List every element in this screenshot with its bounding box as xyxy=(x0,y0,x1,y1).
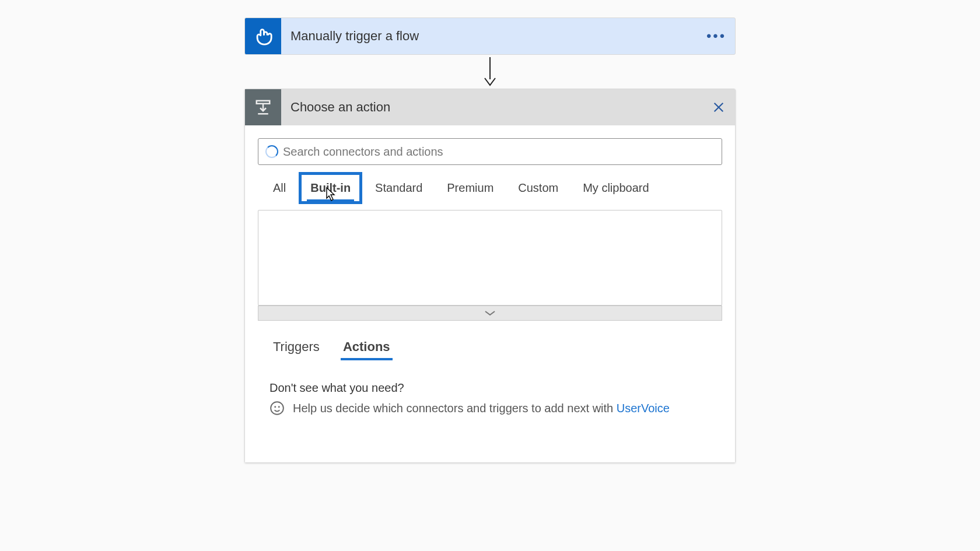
tab-my-clipboard[interactable]: My clipboard xyxy=(579,176,652,202)
trigger-more-button[interactable]: ••• xyxy=(698,18,735,54)
svg-point-9 xyxy=(279,406,279,407)
choose-action-body: All Built-in Standard Premium Custom My … xyxy=(245,125,735,462)
svg-point-8 xyxy=(275,406,275,407)
search-box[interactable] xyxy=(258,138,722,165)
manual-trigger-icon xyxy=(245,18,281,54)
flow-arrow xyxy=(0,55,980,89)
tab-actions[interactable]: Actions xyxy=(341,335,393,360)
choose-action-card: Choose an action All Built-in Standard xyxy=(244,89,736,463)
svg-point-7 xyxy=(271,402,284,415)
choose-action-title: Choose an action xyxy=(281,89,702,125)
flow-designer-canvas: Manually trigger a flow ••• Choose an ac… xyxy=(0,0,980,551)
chevron-down-icon xyxy=(484,309,496,317)
uservoice-link[interactable]: UserVoice xyxy=(617,402,670,415)
trigger-card[interactable]: Manually trigger a flow ••• xyxy=(244,17,736,55)
connector-category-tabs: All Built-in Standard Premium Custom My … xyxy=(258,176,722,202)
need-help-prefix: Help us decide which connectors and trig… xyxy=(293,402,617,415)
loading-spinner-icon xyxy=(265,145,278,158)
need-help-text: Help us decide which connectors and trig… xyxy=(293,402,670,415)
need-help-row: Help us decide which connectors and trig… xyxy=(270,401,710,416)
need-help-block: Don't see what you need? Help us decide … xyxy=(258,360,722,462)
expand-connectors-button[interactable] xyxy=(258,306,722,321)
trigger-title: Manually trigger a flow xyxy=(281,18,698,54)
choose-action-header: Choose an action xyxy=(245,89,735,125)
tab-built-in[interactable]: Built-in xyxy=(307,176,354,202)
close-button[interactable] xyxy=(702,89,735,125)
triggers-actions-tabs: Triggers Actions xyxy=(258,335,722,360)
tab-custom[interactable]: Custom xyxy=(514,176,562,202)
connector-list-area xyxy=(258,210,722,306)
svg-rect-2 xyxy=(257,101,270,104)
need-help-title: Don't see what you need? xyxy=(270,381,710,395)
tab-premium[interactable]: Premium xyxy=(443,176,497,202)
tab-standard[interactable]: Standard xyxy=(372,176,426,202)
choose-action-icon xyxy=(245,89,281,125)
tab-built-in-label: Built-in xyxy=(310,181,351,194)
tab-triggers[interactable]: Triggers xyxy=(271,335,322,360)
search-input[interactable] xyxy=(279,143,715,161)
tab-all[interactable]: All xyxy=(270,176,289,202)
smile-icon xyxy=(270,401,285,416)
